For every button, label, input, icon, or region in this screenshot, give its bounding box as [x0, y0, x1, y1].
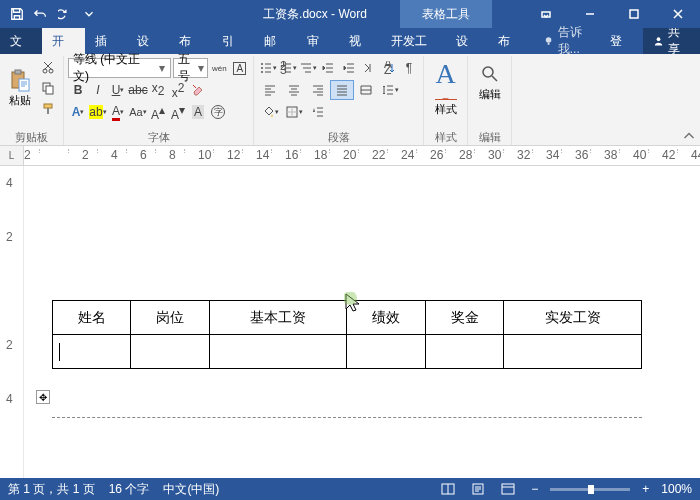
font-color-button[interactable]: A▾: [108, 102, 128, 122]
undo-button[interactable]: [30, 3, 52, 25]
redo-button[interactable]: [54, 3, 76, 25]
table-cell[interactable]: [209, 335, 347, 369]
zoom-slider[interactable]: [550, 488, 630, 491]
ruler-tick: 2: [24, 148, 31, 162]
distribute-button[interactable]: [354, 80, 378, 100]
cut-button[interactable]: [37, 58, 59, 77]
shading-button[interactable]: ▾: [258, 102, 282, 122]
print-layout-button[interactable]: [467, 480, 489, 498]
tab-selector[interactable]: L: [0, 146, 24, 165]
clear-formatting-button[interactable]: [188, 80, 208, 100]
minimize-icon: [585, 9, 595, 19]
zoom-thumb[interactable]: [588, 485, 594, 494]
zoom-in-button[interactable]: +: [638, 482, 653, 496]
paste-button[interactable]: 粘贴: [4, 58, 35, 118]
decrease-indent-button[interactable]: [318, 58, 338, 78]
collapse-ribbon-button[interactable]: [680, 127, 698, 143]
language-indicator[interactable]: 中文(中国): [163, 481, 219, 498]
web-layout-button[interactable]: [497, 480, 519, 498]
bullets-button[interactable]: ▾: [258, 58, 278, 78]
salary-table[interactable]: 姓名 岗位 基本工资 绩效 奖金 实发工资: [52, 300, 642, 369]
vruler-tick: 4: [6, 392, 13, 406]
line-spacing-button[interactable]: ▾: [378, 80, 402, 100]
font-size-combo[interactable]: 五号▾: [173, 58, 208, 78]
text-direction-button[interactable]: [359, 58, 379, 78]
char-shading-button[interactable]: A: [188, 102, 208, 122]
tab-view[interactable]: 视图: [339, 28, 381, 54]
grow-font-button[interactable]: A▴: [148, 102, 168, 122]
close-button[interactable]: [656, 0, 700, 28]
table-header-cell[interactable]: 实发工资: [504, 301, 642, 335]
table-header-cell[interactable]: 绩效: [347, 301, 425, 335]
align-left-button[interactable]: [258, 80, 282, 100]
align-justify-button[interactable]: [330, 80, 354, 100]
ruler-tick: 6: [140, 148, 147, 162]
read-mode-button[interactable]: [437, 480, 459, 498]
redo-icon: [58, 7, 72, 21]
format-painter-button[interactable]: [37, 99, 59, 118]
share-button[interactable]: 共享: [643, 28, 700, 54]
numbering-button[interactable]: 123▾: [278, 58, 298, 78]
table-move-handle[interactable]: ✥: [36, 390, 50, 404]
tab-file[interactable]: 文件: [0, 28, 42, 54]
align-center-button[interactable]: [282, 80, 306, 100]
show-marks-button[interactable]: ¶: [399, 58, 419, 78]
enclose-char-button[interactable]: 字: [208, 102, 228, 122]
borders-button[interactable]: ▾: [282, 102, 306, 122]
qat-customize-button[interactable]: [78, 3, 100, 25]
table-row[interactable]: [53, 335, 642, 369]
shrink-font-button[interactable]: A▾: [168, 102, 188, 122]
change-case-button[interactable]: Aa▾: [128, 102, 148, 122]
tab-references[interactable]: 引用: [212, 28, 254, 54]
maximize-button[interactable]: [612, 0, 656, 28]
phonetic-guide-button[interactable]: wén: [210, 58, 228, 78]
chevron-down-icon: [82, 7, 96, 21]
align-right-button[interactable]: [306, 80, 330, 100]
multilevel-list-button[interactable]: ▾: [298, 58, 318, 78]
ruler-tick: 38: [604, 148, 617, 162]
snap-to-grid-button[interactable]: [306, 102, 330, 122]
table-header-cell[interactable]: 姓名: [53, 301, 131, 335]
zoom-out-button[interactable]: −: [527, 482, 542, 496]
table-header-cell[interactable]: 基本工资: [209, 301, 347, 335]
ruler-minor-tick: ⠇: [415, 148, 420, 156]
zoom-level[interactable]: 100%: [661, 482, 692, 496]
highlight-button[interactable]: ab▾: [88, 102, 108, 122]
login-link[interactable]: 登录: [600, 28, 642, 54]
table-cell[interactable]: [504, 335, 642, 369]
tell-me[interactable]: 告诉我...: [535, 28, 601, 54]
tab-review[interactable]: 审阅: [297, 28, 339, 54]
tab-developer[interactable]: 开发工具: [381, 28, 446, 54]
text-effects-button[interactable]: A▾: [68, 102, 88, 122]
italic-button[interactable]: I: [88, 80, 108, 100]
page-indicator[interactable]: 第 1 页，共 1 页: [8, 481, 95, 498]
document-canvas[interactable]: ✥ 姓名 岗位 基本工资 绩效 奖金 实发工资: [24, 166, 700, 478]
underline-button[interactable]: U▾: [108, 80, 128, 100]
copy-button[interactable]: [37, 79, 59, 98]
superscript-button[interactable]: x2: [168, 80, 188, 100]
char-border-button[interactable]: A: [231, 58, 249, 78]
find-button[interactable]: 编辑: [479, 64, 501, 102]
paragraph-label: 段落: [258, 129, 419, 145]
table-cell[interactable]: [347, 335, 425, 369]
vertical-ruler[interactable]: 4224: [0, 166, 24, 478]
save-button[interactable]: [6, 3, 28, 25]
sort-button[interactable]: AZ: [379, 58, 399, 78]
bold-button[interactable]: B: [68, 80, 88, 100]
table-header-cell[interactable]: 岗位: [131, 301, 209, 335]
table-cell[interactable]: [53, 335, 131, 369]
table-cell[interactable]: [131, 335, 209, 369]
increase-indent-button[interactable]: [339, 58, 359, 78]
tab-table-layout[interactable]: 布局: [488, 28, 530, 54]
subscript-button[interactable]: x2: [148, 80, 168, 100]
tab-mailings[interactable]: 邮件: [254, 28, 296, 54]
tab-table-design[interactable]: 设计: [446, 28, 488, 54]
table-header-cell[interactable]: 奖金: [425, 301, 503, 335]
styles-gallery-button[interactable]: A _ 样式: [435, 60, 457, 117]
word-count[interactable]: 16 个字: [109, 481, 150, 498]
strikethrough-button[interactable]: abc: [128, 80, 148, 100]
table-cell[interactable]: [425, 335, 503, 369]
font-name-combo[interactable]: 等线 (中文正文)▾: [68, 58, 171, 78]
horizontal-ruler[interactable]: 2⠇⠇2⠇4⠇6⠇8⠇10⠇12⠇14⠇16⠇18⠇20⠇22⠇24⠇26⠇28…: [24, 146, 700, 165]
table-row[interactable]: 姓名 岗位 基本工资 绩效 奖金 实发工资: [53, 301, 642, 335]
